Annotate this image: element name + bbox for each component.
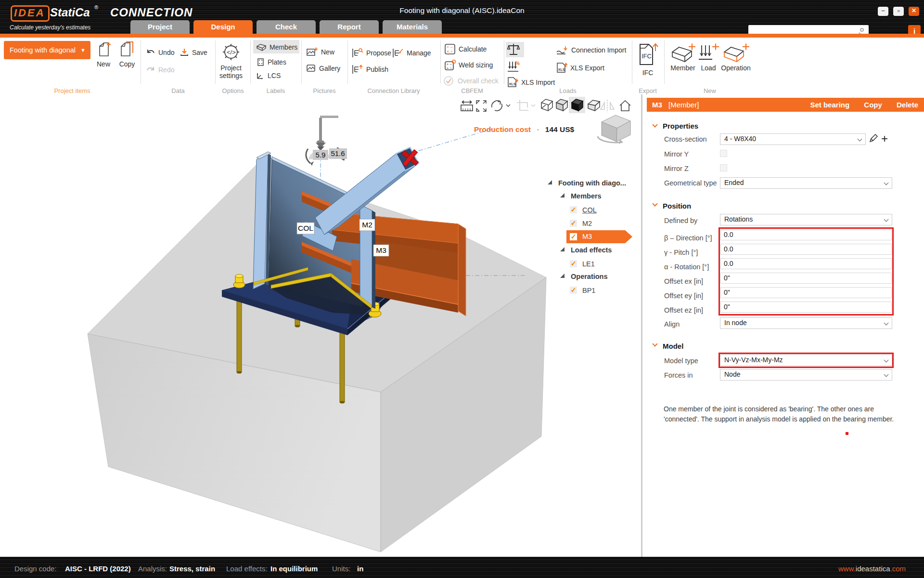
geometrical-type-dropdown[interactable]: Ended [720,177,892,189]
mirror-z-checkbox[interactable] [720,164,727,171]
panel-subtitle: [Member] [668,101,699,109]
minimize-button[interactable]: – [878,7,888,16]
tree-root[interactable]: Footing with diago... [558,179,626,187]
delete-member-button[interactable]: Delete [897,101,918,109]
alpha-rotation-label: α - Rotation [°] [664,263,709,271]
maximize-button[interactable]: ▫ [893,7,904,16]
analysis-value: Stress, strain [169,565,215,573]
svg-text:IFC: IFC [642,53,652,60]
tree-item-col[interactable]: COL [582,206,597,214]
section-chevron-icon[interactable] [652,201,657,206]
load-effects-value: In equilibrium [270,565,318,573]
gamma-pitch-label: γ - Pitch [°] [664,249,698,256]
model-type-dropdown[interactable]: N-Vy-Vz-Mx-My-Mz [720,355,892,366]
model-type-label: Model type [664,357,698,365]
new-member-icon [670,43,695,63]
panel-header: M3 [Member] Set bearing Copy Delete [647,98,924,112]
load-effects-label: Load effects: [226,565,268,573]
section-chevron-icon[interactable] [652,122,657,127]
section-properties[interactable]: Properties [663,122,698,130]
close-button[interactable]: ✕ [909,7,919,16]
geometrical-type-label: Geometrical type [664,179,717,187]
tree-item-m3[interactable]: M3 [582,233,592,240]
mirror-z-label: Mirror Z [664,165,689,172]
gamma-pitch-input[interactable]: 0.0 [720,244,892,255]
tree-load-effects-header[interactable]: Load effects [571,246,612,254]
align-label: Align [664,320,680,328]
mirror-y-checkbox[interactable] [720,150,727,157]
checkbox-le1[interactable]: ✓ [570,260,577,267]
offset-ey-input[interactable]: 0" [720,287,892,298]
section-position[interactable]: Position [663,202,691,210]
forces-in-label: Forces in [664,371,693,379]
offset-ey-label: Offset ey [in] [664,292,703,300]
offset-ex-label: Offset ex [in] [664,277,703,285]
tree-members-header[interactable]: Members [571,192,602,200]
beta-direction-label: β – Direction [°] [664,234,712,242]
checkbox-bp1[interactable]: ✓ [570,287,577,294]
design-code-value: AISC - LRFD (2022) [65,565,131,573]
tree-operations-header[interactable]: Operations [571,273,608,280]
cross-section-dropdown[interactable]: 4 - W8X40 [720,133,866,145]
offset-ez-label: Offset ez [in] [664,306,703,314]
viewport-3d[interactable]: 5.9 51.6 COL M2 M3 Production cost - 144… [0,94,642,557]
new-load-button[interactable]: Load [698,43,719,72]
expander-icon[interactable] [548,180,552,184]
website-link[interactable]: www.ideastatica.com [838,565,906,573]
beta-direction-input[interactable]: 0.0 [720,229,892,240]
analysis-label: Analysis: [138,565,167,573]
project-tree: Footing with diago... Members ✓ COL ✓ M2… [0,0,642,556]
alpha-rotation-input[interactable]: 0.0 [720,258,892,269]
section-model[interactable]: Model [663,342,683,350]
bearing-note-line1: One member of the joint is considered as… [664,405,874,413]
bearing-note-line2: 'connected'. The support in analysis mod… [664,415,894,423]
expander-icon[interactable] [560,193,565,197]
units-label: Units: [332,565,350,573]
units-value: in [357,565,363,573]
expander-icon[interactable] [560,247,565,251]
tree-item-le1[interactable]: LE1 [582,260,595,268]
align-dropdown[interactable]: In node [720,317,892,329]
forces-in-dropdown[interactable]: Node [720,369,892,381]
new-operation-button[interactable]: Operation [719,43,753,72]
offset-ez-input[interactable]: 0" [720,302,892,313]
add-cross-section-button[interactable]: + [881,132,888,145]
checkbox-m3[interactable]: ✓ [570,233,577,240]
new-member-button[interactable]: Member [668,43,698,72]
expander-icon[interactable] [560,274,565,278]
search-icon [860,28,864,32]
offset-ex-input[interactable]: 0" [720,273,892,284]
properties-panel: M3 [Member] Set bearing Copy Delete Prop… [642,94,924,557]
tree-item-m2[interactable]: M2 [582,220,592,227]
checkbox-col[interactable]: ✓ [570,206,577,213]
section-chevron-icon[interactable] [652,341,657,346]
copy-member-button[interactable]: Copy [864,101,882,109]
cross-section-label: Cross-section [664,135,707,143]
alert-dot [846,432,848,435]
new-operation-icon [722,43,749,63]
checkbox-m2[interactable]: ✓ [570,220,577,227]
panel-title: M3 [652,101,662,109]
defined-by-label: Defined by [664,217,697,224]
design-code-label: Design code: [14,565,57,573]
defined-by-dropdown[interactable]: Rotations [720,214,892,225]
edit-cross-section-icon[interactable] [869,133,878,143]
group-label-new: New [671,87,748,94]
mirror-y-label: Mirror Y [664,150,689,158]
status-bar: Design code: AISC - LRFD (2022) Analysis… [0,557,924,578]
set-bearing-button[interactable]: Set bearing [810,101,849,109]
tree-item-bp1[interactable]: BP1 [582,287,595,294]
new-load-icon [698,43,719,63]
